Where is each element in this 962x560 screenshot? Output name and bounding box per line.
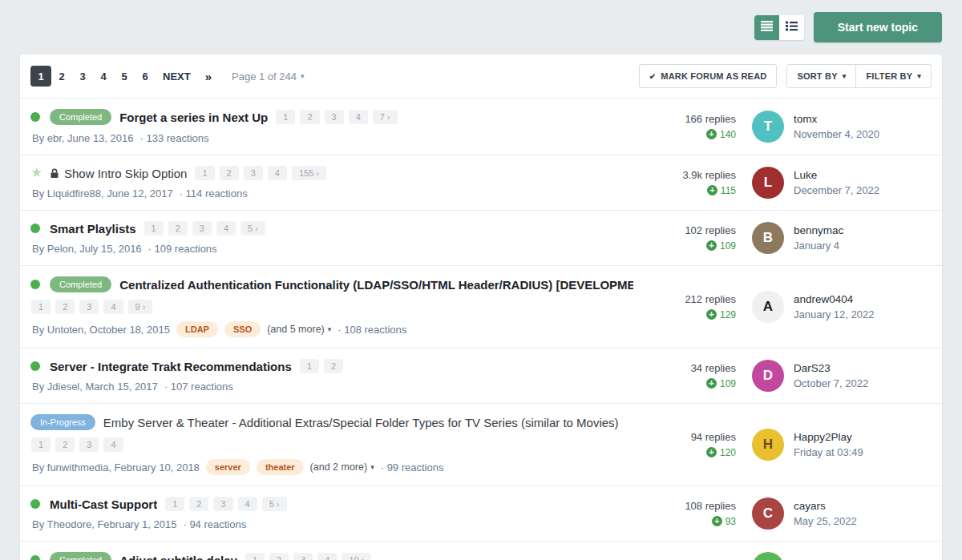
- last-poster-avatar[interactable]: C: [752, 498, 784, 530]
- last-poster-avatar[interactable]: D: [752, 360, 784, 392]
- topic-title[interactable]: Centralized Authentication Functionality…: [119, 278, 633, 292]
- last-post-date[interactable]: December 7, 2022: [794, 184, 932, 196]
- last-poster-name[interactable]: Luke: [794, 169, 932, 181]
- last-poster-avatar[interactable]: T: [752, 111, 784, 143]
- topic-tag[interactable]: SSO: [224, 321, 261, 337]
- start-new-topic-button[interactable]: Start new topic: [814, 12, 942, 42]
- topic-page-pill[interactable]: 2: [220, 166, 239, 180]
- last-poster-name[interactable]: Happy2Play: [794, 431, 932, 443]
- last-poster-name[interactable]: cayars: [794, 500, 932, 512]
- last-poster-avatar[interactable]: B: [752, 222, 784, 254]
- page-button[interactable]: 4: [93, 66, 114, 87]
- topic-page-pill[interactable]: 2: [300, 110, 319, 124]
- sort-by-button[interactable]: SORT BY ▾: [787, 65, 855, 87]
- topic-tag[interactable]: server: [206, 459, 250, 475]
- topic-title[interactable]: Smart Playlists: [50, 222, 136, 236]
- topic-page-pill[interactable]: 4: [103, 300, 123, 314]
- condensed-view-button[interactable]: [779, 15, 804, 40]
- topic-author-date-link[interactable]: By funwithmedia, February 10, 2018: [32, 461, 200, 473]
- topic-page-pill[interactable]: 9 ›: [128, 300, 153, 314]
- topic-page-pill[interactable]: 2: [324, 359, 343, 373]
- topic-page-pill[interactable]: 2: [189, 497, 208, 511]
- topic-page-pill[interactable]: 1: [195, 166, 214, 180]
- topic-page-pill[interactable]: 3: [79, 300, 99, 314]
- filter-by-button[interactable]: FILTER BY ▾: [855, 65, 931, 87]
- topic-author-date-link[interactable]: By Untoten, October 18, 2015: [32, 324, 170, 336]
- topic-page-pill[interactable]: 5 ›: [240, 221, 265, 236]
- topic-page-pill[interactable]: 4: [103, 437, 123, 452]
- topic-tag[interactable]: LDAP: [176, 321, 218, 337]
- page-button[interactable]: 6: [135, 66, 156, 87]
- topic-tag[interactable]: theater: [257, 459, 304, 475]
- topic-author-date-link[interactable]: By Pelon, July 15, 2016: [32, 243, 142, 255]
- last-poster-avatar[interactable]: M: [752, 552, 784, 560]
- topic-title[interactable]: Multi-Cast Support: [50, 498, 157, 511]
- topic-page-pill[interactable]: 2: [168, 221, 188, 236]
- unread-dot-icon[interactable]: [30, 112, 40, 122]
- last-poster-name[interactable]: bennymac: [794, 224, 932, 236]
- topic-page-pill[interactable]: 3: [293, 553, 313, 560]
- topic-page-pill[interactable]: 3: [79, 437, 99, 452]
- page-button[interactable]: 2: [51, 66, 72, 87]
- topic-page-pill[interactable]: 2: [55, 437, 75, 452]
- topic-page-pill[interactable]: 4: [268, 166, 287, 180]
- last-post-date[interactable]: January 12, 2022: [794, 308, 932, 320]
- last-post-date[interactable]: January 4: [794, 240, 932, 252]
- last-post-date[interactable]: October 7, 2022: [794, 377, 932, 389]
- page-button[interactable]: 3: [72, 66, 93, 87]
- last-post-date[interactable]: November 4, 2020: [794, 128, 932, 140]
- topic-page-pill[interactable]: 3: [192, 221, 212, 236]
- unread-dot-icon[interactable]: [30, 555, 40, 560]
- topic-page-pill[interactable]: 1: [31, 300, 51, 314]
- unread-dot-icon[interactable]: [30, 280, 40, 289]
- last-poster-avatar[interactable]: A: [752, 291, 784, 323]
- topic-title[interactable]: Server - Integrate Trakt Recommendations: [50, 360, 292, 373]
- unread-dot-icon[interactable]: [30, 361, 40, 371]
- topic-page-pill[interactable]: 10 ›: [342, 553, 371, 560]
- topic-page-pill[interactable]: 5 ›: [262, 497, 287, 511]
- last-poster-avatar[interactable]: L: [752, 167, 784, 199]
- topic-page-pill[interactable]: 1: [144, 221, 164, 236]
- tags-more-button[interactable]: (and 5 more) ▾: [267, 324, 331, 335]
- topic-author-date-link[interactable]: By ebr, June 13, 2016: [32, 132, 133, 144]
- topic-title[interactable]: Adjust subtitle delay: [119, 554, 237, 560]
- topic-page-pill[interactable]: 7 ›: [373, 110, 398, 124]
- unread-dot-icon[interactable]: [30, 499, 40, 509]
- topic-page-pill[interactable]: 2: [55, 300, 75, 314]
- last-poster-name[interactable]: andrew0404: [794, 293, 932, 305]
- topic-author-date-link[interactable]: By Liquidfire88, June 12, 2017: [32, 187, 173, 199]
- last-post-date[interactable]: May 25, 2022: [794, 515, 932, 527]
- topic-page-pill[interactable]: 1: [245, 553, 265, 560]
- topic-page-pill[interactable]: 2: [269, 553, 289, 560]
- page-button[interactable]: 1: [30, 66, 51, 87]
- topic-page-pill[interactable]: 4: [317, 553, 337, 560]
- topic-page-pill[interactable]: 3: [244, 166, 263, 180]
- topic-page-pill[interactable]: 155 ›: [292, 166, 326, 180]
- page-button[interactable]: 5: [114, 66, 135, 87]
- topic-page-pill[interactable]: 3: [325, 110, 344, 124]
- star-icon[interactable]: ★: [30, 168, 42, 178]
- topic-page-pill[interactable]: 4: [349, 110, 368, 124]
- topic-title[interactable]: Show Intro Skip Option: [64, 167, 187, 180]
- topic-page-pill[interactable]: 1: [165, 497, 184, 511]
- topic-page-pill[interactable]: 4: [238, 497, 257, 511]
- tags-more-button[interactable]: (and 2 more) ▾: [310, 461, 374, 473]
- topic-author-date-link[interactable]: By Jdiesel, March 15, 2017: [32, 381, 158, 393]
- topic-author-date-link[interactable]: By Theodore, February 1, 2015: [32, 518, 176, 530]
- next-page-button[interactable]: NEXT: [156, 71, 198, 83]
- topic-title[interactable]: Forget a series in Next Up: [119, 111, 268, 124]
- topic-page-pill[interactable]: 1: [300, 359, 319, 373]
- last-poster-name[interactable]: tomx: [794, 113, 932, 125]
- last-page-button[interactable]: »: [198, 70, 219, 83]
- topic-title[interactable]: Emby Server & Theater - Additional Extra…: [103, 416, 619, 429]
- topic-page-pill[interactable]: 4: [216, 221, 236, 236]
- last-poster-avatar[interactable]: H: [752, 429, 784, 461]
- unread-dot-icon[interactable]: [30, 224, 40, 233]
- last-post-date[interactable]: Friday at 03:49: [794, 446, 932, 458]
- expanded-view-button[interactable]: [754, 15, 779, 40]
- mark-forum-read-button[interactable]: ✔ MARK FORUM AS READ: [639, 64, 778, 88]
- last-poster-name[interactable]: DarS23: [794, 362, 932, 374]
- topic-page-pill[interactable]: 1: [31, 437, 51, 452]
- topic-page-pill[interactable]: 3: [213, 497, 232, 511]
- topic-page-pill[interactable]: 1: [276, 110, 295, 124]
